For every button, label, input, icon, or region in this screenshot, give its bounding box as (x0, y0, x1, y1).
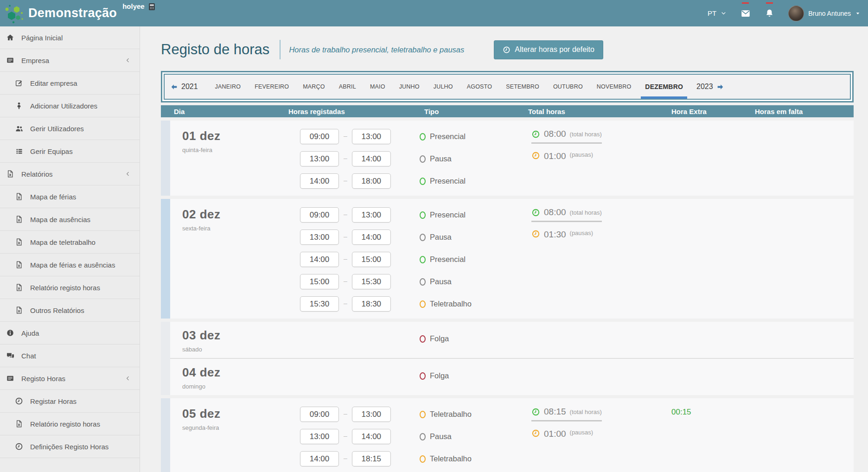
info-icon (6, 329, 15, 337)
sidebar-item-relatorio-registo-horas[interactable]: Relatório registo horas (0, 413, 140, 435)
type-selector-teletrabalho[interactable]: Teletrabalho (400, 407, 507, 422)
tab-month-abril[interactable]: ABRIL (332, 75, 363, 99)
sidebar-item-relatorio-registo-horas[interactable]: Relatório registo horas (0, 276, 140, 299)
tab-month-marco[interactable]: MARÇO (296, 75, 332, 99)
time-input-start[interactable] (300, 407, 339, 422)
sidebar-item-mapa-de-ferias[interactable]: Mapa de férias (0, 185, 140, 208)
type-selector-pausa[interactable]: Pausa (400, 429, 507, 444)
sidebar-item-label: Mapa de férias (30, 193, 76, 201)
page-header: Registo de horas Horas de trabalho prese… (140, 26, 868, 67)
type-selector-teletrabalho[interactable]: Teletrabalho (400, 296, 507, 312)
type-selector-folga[interactable]: Folga (400, 328, 507, 344)
notifications-button[interactable] (765, 8, 774, 18)
prev-year-button[interactable]: 2021 (170, 75, 198, 99)
type-label: Pausa (430, 154, 452, 163)
language-selector[interactable]: PT (708, 9, 727, 17)
time-input-end[interactable] (352, 207, 391, 223)
sidebar-item-chat[interactable]: Chat (0, 344, 140, 367)
chat-icon (6, 351, 15, 360)
sidebar-item-ajuda[interactable]: Ajuda (0, 322, 140, 344)
time-input-start[interactable] (300, 173, 339, 189)
time-input-start[interactable] (300, 207, 339, 223)
sidebar-item-adicionar-utilizadores[interactable]: Adicionar Utilizadores (0, 95, 140, 117)
user-menu[interactable]: Bruno Antunes (788, 6, 861, 21)
avatar (788, 6, 804, 21)
type-selector-presencial[interactable]: Presencial (400, 207, 507, 223)
type-selector-pausa[interactable]: Pausa (400, 274, 507, 289)
time-input-end[interactable] (352, 296, 391, 312)
sidebar-item-relatorios[interactable]: Relatórios (0, 163, 140, 185)
total-hours-line: 08:00(total horas) (531, 207, 602, 222)
time-input-end[interactable] (352, 451, 391, 466)
sidebar-item-definicoes-registo-horas[interactable]: Definições Registo Horas (0, 435, 140, 458)
time-input-start[interactable] (300, 274, 339, 289)
type-selector-folga[interactable]: Folga (400, 365, 507, 381)
next-year-button[interactable]: 2023 (696, 75, 724, 99)
col-tipo: Tipo (400, 108, 507, 115)
time-input-end[interactable] (352, 230, 391, 245)
type-selector-presencial[interactable]: Presencial (400, 129, 507, 144)
sidebar-item-label: Mapa de férias e ausências (30, 261, 115, 269)
type-label: Pausa (430, 277, 452, 286)
sidebar-item-label: Relatório registo horas (30, 284, 100, 292)
col-horas: Horas registadas (281, 108, 400, 115)
change-default-hours-button[interactable]: Alterar horas por defeito (494, 40, 603, 59)
time-input-start[interactable] (300, 429, 339, 444)
time-input-end[interactable] (352, 129, 391, 144)
sidebar-item-empresa[interactable]: Empresa (0, 49, 140, 72)
tab-month-janeiro[interactable]: JANEIRO (208, 75, 248, 99)
tab-month-agosto[interactable]: AGOSTO (460, 75, 499, 99)
chevron-left-icon (125, 171, 131, 177)
time-input-start[interactable] (300, 252, 339, 267)
sidebar-item-registar-horas[interactable]: Registar Horas (0, 390, 140, 413)
type-selector-presencial[interactable]: Presencial (400, 252, 507, 267)
sidebar-item-mapa-de-ausencias[interactable]: Mapa de ausências (0, 208, 140, 231)
sidebar-item-registo-horas[interactable]: Registo Horas (0, 367, 140, 390)
type-selector-pausa[interactable]: Pausa (400, 151, 507, 166)
sidebar-item-gerir-utilizadores[interactable]: Gerir Utilizadores (0, 117, 140, 140)
sidebar-item-gerir-equipas[interactable]: Gerir Equipas (0, 140, 140, 163)
tab-month-fevereiro[interactable]: FEVEREIRO (248, 75, 296, 99)
day-strip (161, 398, 170, 472)
time-input-start[interactable] (300, 151, 339, 166)
sidebar-item-label: Registar Horas (30, 397, 77, 405)
tab-month-maio[interactable]: MAIO (363, 75, 392, 99)
day-strip (161, 199, 170, 319)
tab-month-dezembro[interactable]: DEZEMBRO (638, 75, 690, 99)
messages-button[interactable] (740, 8, 751, 19)
tab-month-outubro[interactable]: OUTUBRO (546, 75, 590, 99)
time-input-start[interactable] (300, 451, 339, 466)
sidebar-item-mapa-de-teletrabalho[interactable]: Mapa de teletrabalho (0, 231, 140, 254)
logo-icon (4, 3, 24, 24)
time-input-start[interactable] (300, 230, 339, 245)
time-input-end[interactable] (352, 173, 391, 189)
type-selector-pausa[interactable]: Pausa (400, 230, 507, 245)
time-range-dash: – (344, 454, 347, 462)
time-input-start[interactable] (300, 296, 339, 312)
time-range: – (281, 296, 400, 319)
tab-month-junho[interactable]: JUNHO (392, 75, 427, 99)
sidebar-item-outros-relatorios[interactable]: Outros Relatórios (0, 299, 140, 322)
sidebar-item-pagina-inicial[interactable]: Página Inicial (0, 26, 140, 49)
time-input-end[interactable] (352, 252, 391, 267)
time-input-end[interactable] (352, 429, 391, 444)
day-date: 03 dez (182, 328, 281, 343)
time-range-dash: – (344, 300, 347, 307)
time-input-end[interactable] (352, 407, 391, 422)
type-radio-ring (420, 411, 426, 418)
type-selector-presencial[interactable]: Presencial (400, 173, 507, 189)
time-input-end[interactable] (352, 274, 391, 289)
app-title: Demonstração (28, 6, 117, 20)
tab-month-setembro[interactable]: SETEMBRO (499, 75, 546, 99)
tab-month-novembro[interactable]: NOVEMBRO (590, 75, 638, 99)
app-logo[interactable]: Demonstração (0, 3, 117, 24)
tab-month-julho[interactable]: JULHO (427, 75, 460, 99)
sidebar-item-editar-empresa[interactable]: Editar empresa (0, 72, 140, 95)
col-hora-extra: Hora Extra (646, 108, 729, 115)
type-radio-ring (420, 300, 426, 308)
type-selector-teletrabalho[interactable]: Teletrabalho (400, 451, 507, 466)
time-input-start[interactable] (300, 129, 339, 144)
sidebar-item-mapa-de-ferias-e-ausencias[interactable]: Mapa de férias e ausências (0, 254, 140, 276)
sidebar-item-label: Mapa de ausências (30, 216, 90, 223)
time-input-end[interactable] (352, 151, 391, 166)
